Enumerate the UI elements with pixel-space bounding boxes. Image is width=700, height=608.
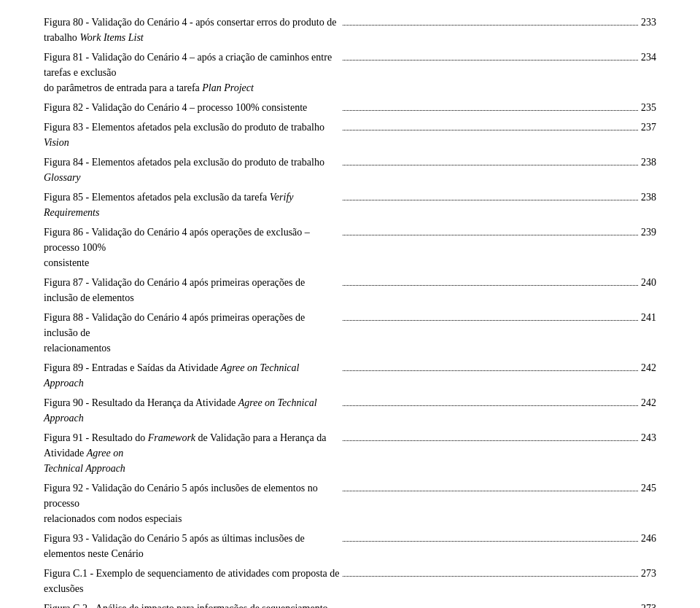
toc-label: Figura 90 - Resultado da Herança da Ativ… xyxy=(44,395,340,426)
toc-dots xyxy=(343,235,639,235)
toc-entry: Figura 93 - Validação do Cenário 5 após … xyxy=(44,531,656,561)
toc-dots xyxy=(343,576,639,577)
toc-label: Figura 88 - Validação do Cenário 4 após … xyxy=(44,310,340,340)
toc-entry: Figura 80 - Validação do Cenário 4 - apó… xyxy=(44,15,656,45)
toc-label: Figura 86 - Validação do Cenário 4 após … xyxy=(44,225,340,255)
toc-dots xyxy=(343,285,639,286)
toc-dots xyxy=(343,110,639,111)
toc-page: 245 xyxy=(641,480,656,496)
toc-entry: Figura 82 - Validação do Cenário 4 – pro… xyxy=(44,100,656,115)
toc-entry: Figura 90 - Resultado da Herança da Ativ… xyxy=(44,395,656,426)
toc-label: Figura 91 - Resultado do Framework de Va… xyxy=(44,430,340,461)
toc-entry: Figura C.1 - Exemplo de sequenciamento d… xyxy=(44,566,656,596)
toc-dots xyxy=(343,130,639,130)
toc-dots xyxy=(343,25,639,26)
toc-page: 243 xyxy=(641,430,656,445)
toc-page: 238 xyxy=(641,190,656,205)
toc-label: Figura 92 - Validação do Cenário 5 após … xyxy=(44,480,340,511)
toc-label: Figura 82 - Validação do Cenário 4 – pro… xyxy=(44,100,340,115)
toc-entry-multi: Figura 86 - Validação do Cenário 4 após … xyxy=(44,225,656,270)
toc-label: Figura 84 - Elementos afetados pela excl… xyxy=(44,155,340,185)
toc-continuation: Technical Approach xyxy=(44,461,656,476)
toc-label: Figura 93 - Validação do Cenário 5 após … xyxy=(44,531,340,561)
toc-entry-multi: Figura 81 - Validação do Cenário 4 – apó… xyxy=(44,50,656,96)
toc-continuation: relacionamentos xyxy=(44,340,656,356)
toc-page: 235 xyxy=(641,100,656,115)
toc-continuation: do parâmetros de entrada para a tarefa P… xyxy=(44,80,656,96)
toc-label: Figura C.2 - Análise de impacto para inf… xyxy=(44,601,340,608)
toc-dots xyxy=(343,60,639,61)
toc-dots xyxy=(343,491,639,491)
toc-page: 273 xyxy=(641,601,656,608)
toc-page: 242 xyxy=(641,360,656,375)
toc-label: Figura 81 - Validação do Cenário 4 – apó… xyxy=(44,50,340,80)
toc-continuation: relacionados com nodos especiais xyxy=(44,511,656,526)
toc-container: Figura 80 - Validação do Cenário 4 - apó… xyxy=(44,15,656,608)
toc-entry: Figura 85 - Elementos afetados pela excl… xyxy=(44,190,656,220)
toc-page: 273 xyxy=(641,566,656,581)
toc-page: 239 xyxy=(641,225,656,240)
toc-page: 242 xyxy=(641,395,656,410)
toc-dots xyxy=(343,405,639,406)
toc-page: 241 xyxy=(641,310,656,325)
toc-page: 234 xyxy=(641,50,656,65)
toc-dots xyxy=(343,541,639,542)
toc-page: 233 xyxy=(641,15,656,30)
toc-dots xyxy=(343,320,639,321)
toc-dots xyxy=(343,165,639,165)
toc-label: Figura 80 - Validação do Cenário 4 - apó… xyxy=(44,15,340,45)
toc-entry-multi: Figura 92 - Validação do Cenário 5 após … xyxy=(44,480,656,526)
toc-page: 240 xyxy=(641,275,656,290)
toc-entry: Figura C.2 - Análise de impacto para inf… xyxy=(44,601,656,608)
toc-continuation: consistente xyxy=(44,255,656,270)
toc-label: Figura 85 - Elementos afetados pela excl… xyxy=(44,190,340,220)
toc-label: Figura 89 - Entradas e Saídas da Ativida… xyxy=(44,360,340,391)
toc-entry-multi: Figura 91 - Resultado do Framework de Va… xyxy=(44,430,656,476)
toc-page: 246 xyxy=(641,531,656,546)
toc-label: Figura 87 - Validação do Cenário 4 após … xyxy=(44,275,340,305)
toc-entry: Figura 84 - Elementos afetados pela excl… xyxy=(44,155,656,185)
toc-page: 238 xyxy=(641,155,656,170)
toc-label: Figura 83 - Elementos afetados pela excl… xyxy=(44,120,340,150)
toc-page: 237 xyxy=(641,120,656,135)
toc-entry: Figura 87 - Validação do Cenário 4 após … xyxy=(44,275,656,305)
toc-dots xyxy=(343,370,639,371)
toc-entry: Figura 83 - Elementos afetados pela excl… xyxy=(44,120,656,150)
toc-label: Figura C.1 - Exemplo de sequenciamento d… xyxy=(44,566,340,596)
toc-dots xyxy=(343,440,639,441)
toc-dots xyxy=(343,200,639,200)
toc-entry-multi: Figura 88 - Validação do Cenário 4 após … xyxy=(44,310,656,356)
toc-entry: Figura 89 - Entradas e Saídas da Ativida… xyxy=(44,360,656,391)
